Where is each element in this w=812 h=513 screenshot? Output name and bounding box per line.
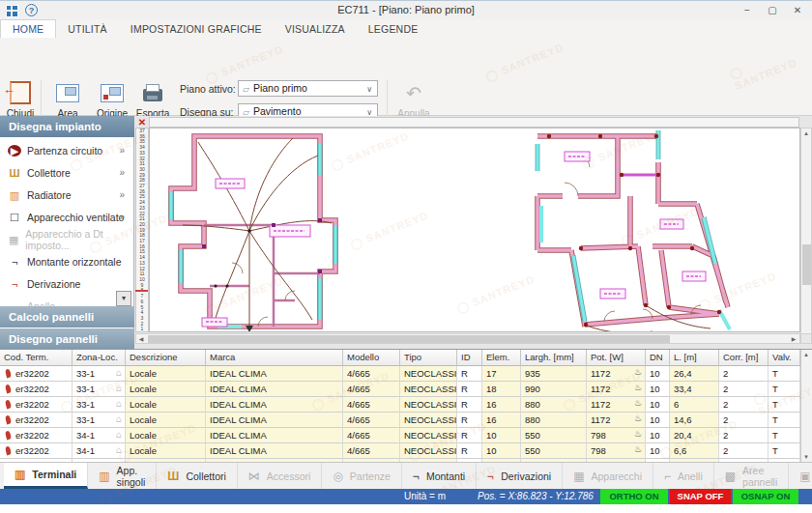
chiudi-button[interactable]: Chiudi	[2, 80, 39, 119]
sidebar-item-apparecchio[interactable]: ☐Apparecchio ventilato»	[0, 206, 134, 228]
sidebar-item-radiatore[interactable]: ▥Radiatore»	[0, 184, 134, 206]
sidebar-item-derivazione[interactable]: ⌐Derivazione	[0, 272, 134, 295]
table-row[interactable]: er3220234-1⌂LocaleIDEAL CLIMA4/665NEOCLA…	[0, 443, 800, 459]
column-header-larghmm[interactable]: Largh. [mm]	[521, 350, 587, 366]
cell-dn: 10	[646, 366, 670, 382]
bottom-tab-partenze[interactable]: ◎Partenze	[322, 463, 402, 489]
table-row[interactable]: er3220233-1⌂LocaleIDEAL CLIMA4/665NEOCLA…	[0, 413, 800, 428]
piano-attivo-select[interactable]: ▱Piano primo ∨	[238, 80, 378, 97]
sidebar-section-disegna-impianto[interactable]: Disegna impianto	[0, 116, 134, 137]
cell-marca: IDEAL CLIMA	[206, 366, 343, 382]
column-header-tipo[interactable]: Tipo	[400, 350, 457, 366]
column-header-valv[interactable]: Valv.	[768, 350, 800, 366]
drawing-canvas[interactable]	[149, 128, 800, 332]
cell-potw: 798♨	[587, 428, 646, 443]
scroll-down-icon[interactable]: ▼	[801, 452, 811, 462]
canvas-vertical-scrollbar[interactable]: ▲ ▼	[800, 128, 812, 344]
status-toggle-snap-off[interactable]: SNAP OFF	[670, 489, 731, 504]
canvas-horizontal-scrollbar[interactable]: ◀ ▶	[135, 333, 800, 344]
cell-valv: T	[768, 366, 800, 382]
column-header-elem[interactable]: Elem.	[482, 350, 521, 366]
cell-codterm: er32202	[0, 382, 72, 397]
cell-dn: 10	[646, 413, 670, 428]
status-toggle-osnap-on[interactable]: OSNAP ON	[733, 489, 798, 504]
table-row[interactable]: er3220233-1⌂LocaleIDEAL CLIMA4/665NEOCLA…	[0, 382, 800, 397]
scroll-up-icon[interactable]: ▲	[801, 350, 811, 359]
cell-text: 550	[525, 445, 540, 456]
table-vertical-scrollbar[interactable]: ▲ ▼	[800, 350, 812, 462]
ruler-corner-x-icon[interactable]: ✕	[135, 117, 149, 128]
sidebar-scroll-down-button[interactable]: ▾	[116, 291, 131, 306]
left-floor-plan	[169, 136, 337, 332]
menu-tab-utilità[interactable]: UTILITÀ	[56, 20, 119, 39]
cell-text: R	[461, 414, 468, 425]
dt-unit-icon: ▦	[8, 234, 19, 245]
column-header-modello[interactable]: Modello	[343, 350, 400, 366]
scroll-left-icon[interactable]: ◀	[136, 334, 146, 344]
bottom-tab-pannelli[interactable]: ▣Pannelli	[789, 463, 812, 489]
cell-id: R	[457, 413, 482, 428]
table-row[interactable]: er3220233-1⌂LocaleIDEAL CLIMA4/665NEOCLA…	[0, 366, 800, 382]
cell-text: er32202	[15, 414, 49, 425]
menu-tab-visualizza[interactable]: VISUALIZZA	[274, 20, 357, 39]
scroll-thumb[interactable]	[802, 244, 811, 285]
close-button[interactable]: ✕	[787, 4, 808, 17]
column-header-dn[interactable]: DN	[646, 350, 670, 366]
column-header-id[interactable]: ID	[457, 350, 482, 366]
sidebar-item-apparecchio[interactable]: ▦Apparecchio a Dt imposto...	[0, 228, 134, 250]
sidebar-item-collettore[interactable]: ШCollettore»	[0, 161, 134, 184]
cell-text: 4/665	[347, 384, 370, 394]
column-header-descrizione[interactable]: Descrizione	[126, 350, 206, 366]
valve-icon: ⋈	[248, 470, 260, 482]
cell-elem: 16	[482, 413, 521, 428]
scroll-right-icon[interactable]: ▶	[789, 334, 798, 344]
bottom-strip	[0, 504, 812, 513]
cell-zonaloc: 33-1⌂	[72, 382, 126, 397]
start-icon: ◎	[333, 470, 342, 482]
status-toggle-ortho-on[interactable]: ORTHO ON	[600, 489, 668, 504]
column-header-marca[interactable]: Marca	[206, 350, 343, 366]
cell-dn: 10	[646, 443, 670, 459]
bottom-tab-accessori[interactable]: ⋈Accessori	[238, 463, 323, 489]
cell-text: 17	[486, 368, 497, 379]
column-header-lm[interactable]: L. [m]	[670, 350, 719, 366]
bottom-tab-aree-pannelli[interactable]: ▩Aree pannelli	[714, 463, 790, 489]
menu-tab-impostazioni-grafiche[interactable]: IMPOSTAZIONI GRAFICHE	[119, 20, 274, 39]
cell-lm: 20,4	[670, 428, 719, 443]
bottom-tab-anelli[interactable]: ⌐Anelli	[653, 463, 714, 489]
annulla-button[interactable]: ↶ Annulla	[392, 80, 435, 119]
sidebar-item-montante[interactable]: ⌐Montante orizzontale	[0, 250, 134, 272]
cell-zonaloc: 34-1⌂	[72, 428, 126, 443]
house-icon: ⌂	[116, 444, 122, 455]
bottom-tab-montanti[interactable]: ⌐Montanti	[402, 463, 477, 489]
column-header-corrm[interactable]: Corr. [m]	[719, 350, 768, 366]
cell-text: 2	[723, 368, 728, 379]
drawing-area-icon	[56, 84, 79, 102]
table-row[interactable]: er3220233-1⌂LocaleIDEAL CLIMA4/665NEOCLA…	[0, 397, 800, 413]
column-header-zonaloc[interactable]: Zona-Loc.	[72, 350, 126, 366]
sidebar-item-partenza[interactable]: ▶Partenza circuito»	[0, 139, 134, 161]
bottom-tab-apparecchi[interactable]: ▦Apparecchi	[563, 463, 653, 489]
scroll-up-icon[interactable]: ▲	[801, 128, 811, 138]
scroll-thumb[interactable]	[148, 335, 670, 343]
maximize-button[interactable]: ▢	[762, 4, 783, 17]
bottom-tab-derivazioni[interactable]: ⌐Derivazioni	[477, 463, 563, 489]
table-row[interactable]: er3220234-1⌂LocaleIDEAL CLIMA4/665NEOCLA…	[0, 428, 800, 443]
bottom-tab-collettori[interactable]: ШCollettori	[157, 463, 238, 489]
minimize-button[interactable]: −	[737, 4, 758, 17]
piano-attivo-label: Piano attivo:	[180, 83, 236, 95]
menu-tab-legende[interactable]: LEGENDE	[357, 20, 430, 39]
sidebar-section-calcolo-pannelli[interactable]: Calcolo pannelli	[0, 306, 134, 328]
terminal-icon	[5, 414, 12, 424]
sidebar-panel: Disegna impianto ▶Partenza circuito»ШCol…	[0, 116, 134, 349]
sidebar-section-disegno-pannelli[interactable]: Disegno pannelli	[0, 328, 134, 350]
bottom-tab-terminali[interactable]: ▥Terminali	[4, 463, 88, 489]
cell-valv: T	[768, 413, 800, 428]
column-header-codterm[interactable]: Cod. Term.	[0, 350, 72, 366]
cell-text: IDEAL CLIMA	[210, 445, 267, 456]
column-header-potw[interactable]: Pot. [W]	[587, 350, 646, 366]
bottom-tab-app-singoli[interactable]: ▥App. singoli	[88, 463, 157, 489]
menu-tab-home[interactable]: HOME	[0, 19, 56, 38]
bottom-tab-label: Aree pannelli	[742, 465, 777, 488]
cell-text: 10	[650, 384, 660, 394]
